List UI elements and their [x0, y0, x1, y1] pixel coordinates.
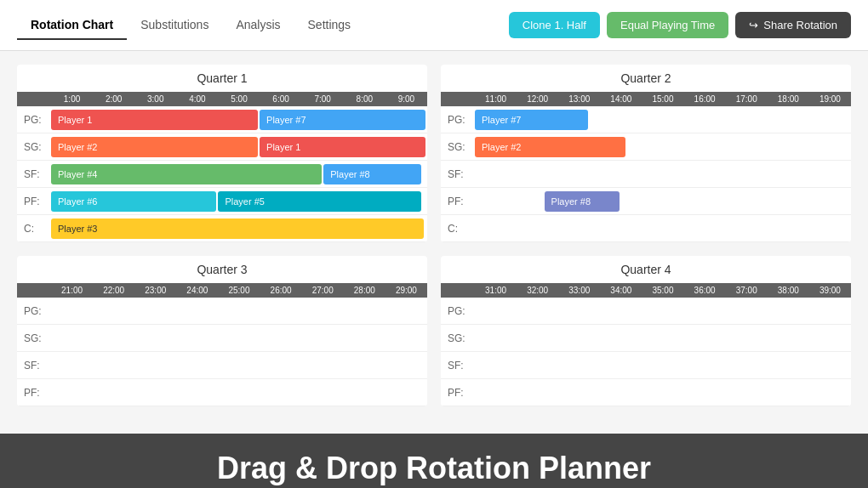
- q3-pg-label: PG:: [17, 305, 51, 317]
- q1-c-player3[interactable]: Player #3: [51, 218, 424, 239]
- q1-tick-1: 2:00: [93, 94, 134, 104]
- q4-tick-1: 32:00: [517, 286, 558, 295]
- q2-pf-label: PF:: [441, 196, 475, 207]
- q2-tick-3: 14:00: [600, 94, 642, 104]
- share-rotation-button[interactable]: ↪ Share Rotation: [735, 12, 851, 38]
- q1-sg-player2[interactable]: Player #2: [51, 137, 258, 157]
- header-actions: Clone 1. Half Equal Playing Time ↪ Share…: [509, 12, 851, 38]
- q1-timeline-spacer: [17, 94, 51, 104]
- q4-timeline-header: 31:00 32:00 33:00 34:00 35:00 36:00 37:0…: [441, 283, 851, 298]
- q3-pg-track[interactable]: [51, 299, 427, 323]
- q2-sg-player2[interactable]: Player #2: [475, 137, 625, 157]
- q2-tick-0: 11:00: [475, 94, 517, 104]
- quarters-row-1: Quarter 1 1:00 2:00 3:00 4:00 5:00 6:00 …: [17, 65, 851, 242]
- q4-tick-5: 36:00: [684, 286, 726, 295]
- q1-pf-player6[interactable]: Player #6: [51, 191, 216, 212]
- q2-timeline-spacer: [441, 94, 475, 104]
- nav-tabs: Rotation Chart Substitutions Analysis Se…: [17, 11, 509, 40]
- q2-sf-track[interactable]: [475, 162, 851, 186]
- q4-tick-8: 39:00: [809, 286, 851, 295]
- q1-sf-label: SF:: [17, 168, 51, 180]
- q3-tick-6: 27:00: [302, 286, 344, 295]
- q2-pf-row: PF: Player #8: [441, 188, 851, 215]
- q4-tick-2: 33:00: [558, 286, 600, 295]
- q2-sg-row: SG: Player #2: [441, 133, 851, 161]
- q3-timeline-spacer: [17, 286, 51, 295]
- q1-sf-player8[interactable]: Player #8: [323, 164, 421, 184]
- q1-tick-2: 3:00: [134, 94, 176, 104]
- clone-button[interactable]: Clone 1. Half: [509, 12, 600, 38]
- q1-pf-track[interactable]: Player #6 Player #5: [51, 190, 427, 213]
- q2-c-track[interactable]: [475, 217, 851, 241]
- q1-sf-row: SF: Player #4 Player #8: [17, 161, 427, 188]
- q2-pf-track[interactable]: Player #8: [475, 190, 851, 213]
- q1-sf-track[interactable]: Player #4 Player #8: [51, 162, 427, 186]
- q1-tick-6: 7:00: [302, 94, 344, 104]
- overlay-title: Drag & Drop Rotation Planner: [0, 451, 868, 486]
- q2-pg-track[interactable]: Player #7: [475, 108, 851, 132]
- q2-tick-7: 18:00: [768, 94, 809, 104]
- q1-pg-player7[interactable]: Player #7: [260, 110, 425, 130]
- q4-tick-3: 34:00: [600, 286, 642, 295]
- quarter-1-title: Quarter 1: [17, 65, 427, 92]
- q4-sf-row: SF:: [441, 352, 851, 379]
- quarter-2: Quarter 2 11:00 12:00 13:00 14:00 15:00 …: [441, 65, 851, 242]
- q4-pg-track[interactable]: [475, 299, 851, 323]
- q3-pf-label: PF:: [17, 387, 51, 399]
- q2-tick-1: 12:00: [517, 94, 558, 104]
- q4-sg-track[interactable]: [475, 326, 851, 350]
- q1-pf-row: PF: Player #6 Player #5: [17, 188, 427, 215]
- q1-tick-5: 6:00: [260, 94, 302, 104]
- header: Rotation Chart Substitutions Analysis Se…: [0, 0, 868, 51]
- q1-sf-player4[interactable]: Player #4: [51, 164, 322, 184]
- tab-rotation-chart[interactable]: Rotation Chart: [17, 11, 127, 40]
- q1-tick-4: 5:00: [218, 94, 260, 104]
- quarter-4-title: Quarter 4: [441, 256, 851, 283]
- q4-tick-0: 31:00: [475, 286, 517, 295]
- q1-tick-7: 8:00: [344, 94, 385, 104]
- q4-pf-track[interactable]: [475, 381, 851, 405]
- q4-timeline-spacer: [441, 286, 475, 295]
- q2-c-label: C:: [441, 223, 475, 235]
- q2-tick-5: 16:00: [684, 94, 726, 104]
- q2-pf-player8[interactable]: Player #8: [545, 191, 620, 212]
- q2-pg-label: PG:: [441, 114, 475, 126]
- q1-timeline-ticks: 1:00 2:00 3:00 4:00 5:00 6:00 7:00 8:00 …: [51, 94, 427, 104]
- q1-sg-player1[interactable]: Player 1: [260, 137, 425, 157]
- tab-settings[interactable]: Settings: [294, 11, 365, 40]
- q4-tick-7: 38:00: [768, 286, 809, 295]
- q3-sf-track[interactable]: [51, 354, 427, 377]
- q1-pg-row: PG: Player 1 Player #7: [17, 106, 427, 133]
- q3-tick-0: 21:00: [51, 286, 93, 295]
- tab-analysis[interactable]: Analysis: [222, 11, 294, 40]
- q4-pg-label: PG:: [441, 305, 475, 317]
- q3-sf-label: SF:: [17, 360, 51, 372]
- q3-sg-label: SG:: [17, 332, 51, 344]
- q3-pf-track[interactable]: [51, 381, 427, 405]
- q1-pg-track[interactable]: Player 1 Player #7: [51, 108, 427, 132]
- q3-tick-3: 24:00: [176, 286, 218, 295]
- q4-sg-row: SG:: [441, 325, 851, 352]
- q4-sf-track[interactable]: [475, 354, 851, 377]
- q2-tick-2: 13:00: [558, 94, 600, 104]
- q1-pf-player5[interactable]: Player #5: [218, 191, 421, 212]
- q1-tick-0: 1:00: [51, 94, 93, 104]
- q3-sg-track[interactable]: [51, 326, 427, 350]
- q1-pg-label: PG:: [17, 114, 51, 126]
- q1-pf-label: PF:: [17, 196, 51, 207]
- q1-sg-row: SG: Player #2 Player 1: [17, 133, 427, 161]
- equal-playing-time-button[interactable]: Equal Playing Time: [607, 12, 728, 38]
- q1-pg-player1[interactable]: Player 1: [51, 110, 258, 130]
- q3-timeline-header: 21:00 22:00 23:00 24:00 25:00 26:00 27:0…: [17, 283, 427, 298]
- q1-c-track[interactable]: Player #3: [51, 217, 427, 241]
- q2-pg-player7[interactable]: Player #7: [475, 110, 588, 130]
- tab-substitutions[interactable]: Substitutions: [127, 11, 222, 40]
- q3-tick-7: 28:00: [344, 286, 385, 295]
- q2-tick-4: 15:00: [642, 94, 683, 104]
- q1-sg-track[interactable]: Player #2 Player 1: [51, 135, 427, 159]
- q3-tick-5: 26:00: [260, 286, 302, 295]
- q2-sg-track[interactable]: Player #2: [475, 135, 851, 159]
- q3-timeline-ticks: 21:00 22:00 23:00 24:00 25:00 26:00 27:0…: [51, 286, 427, 295]
- q3-tick-8: 29:00: [385, 286, 427, 295]
- q4-pf-label: PF:: [441, 387, 475, 399]
